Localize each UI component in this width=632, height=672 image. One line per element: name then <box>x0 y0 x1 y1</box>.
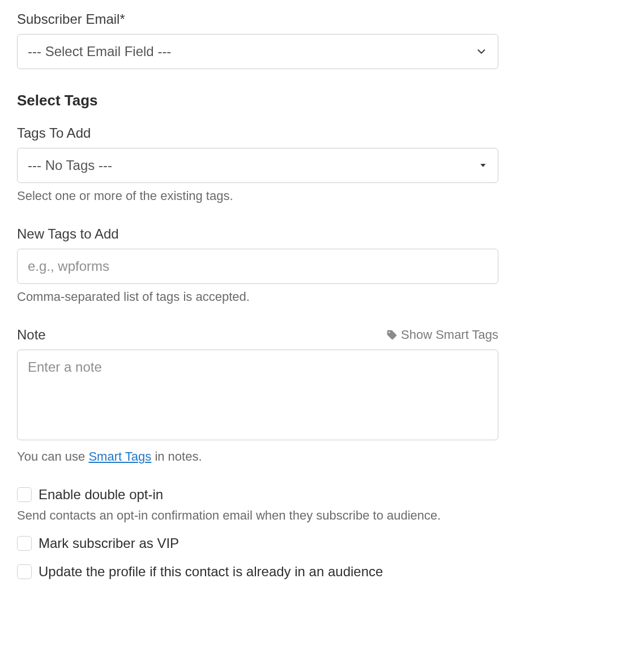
tags-to-add-selected: --- No Tags --- <box>28 158 112 173</box>
update-profile-label[interactable]: Update the profile if this contact is al… <box>39 564 383 580</box>
new-tags-label: New Tags to Add <box>17 226 615 242</box>
note-help: You can use Smart Tags in notes. <box>17 449 615 464</box>
chevron-down-icon <box>475 45 488 58</box>
note-label: Note <box>17 327 46 343</box>
new-tags-input[interactable] <box>17 249 498 284</box>
update-profile-checkbox[interactable] <box>17 564 32 579</box>
update-profile-group: Update the profile if this contact is al… <box>17 564 615 580</box>
double-optin-help: Send contacts an opt-in confirmation ema… <box>17 508 615 523</box>
tags-to-add-help: Select one or more of the existing tags. <box>17 189 615 203</box>
show-smart-tags-label: Show Smart Tags <box>401 328 498 342</box>
tag-icon <box>386 329 398 341</box>
new-tags-field: New Tags to Add Comma-separated list of … <box>17 226 615 304</box>
smart-tags-link[interactable]: Smart Tags <box>88 449 151 463</box>
tags-to-add-select[interactable]: --- No Tags --- <box>17 148 498 183</box>
double-optin-checkbox[interactable] <box>17 487 32 502</box>
select-tags-heading: Select Tags <box>17 92 615 109</box>
subscriber-email-field: Subscriber Email* --- Select Email Field… <box>17 11 615 69</box>
subscriber-email-label: Subscriber Email* <box>17 11 615 27</box>
show-smart-tags-button[interactable]: Show Smart Tags <box>386 328 498 342</box>
caret-down-icon <box>479 161 488 170</box>
double-optin-group: Enable double opt-in Send contacts an op… <box>17 487 615 523</box>
note-field: Note Show Smart Tags You can use Smart T… <box>17 327 615 464</box>
tags-to-add-field: Tags To Add --- No Tags --- Select one o… <box>17 125 615 203</box>
double-optin-label[interactable]: Enable double opt-in <box>39 487 163 503</box>
mark-vip-group: Mark subscriber as VIP <box>17 535 615 551</box>
mark-vip-checkbox[interactable] <box>17 536 32 551</box>
new-tags-help: Comma-separated list of tags is accepted… <box>17 290 615 304</box>
tags-to-add-label: Tags To Add <box>17 125 615 141</box>
mark-vip-label[interactable]: Mark subscriber as VIP <box>39 535 179 551</box>
subscriber-email-selected: --- Select Email Field --- <box>28 44 171 59</box>
note-textarea[interactable] <box>17 350 498 440</box>
note-help-prefix: You can use <box>17 449 88 463</box>
note-help-suffix: in notes. <box>151 449 202 463</box>
subscriber-email-select[interactable]: --- Select Email Field --- <box>17 34 498 69</box>
